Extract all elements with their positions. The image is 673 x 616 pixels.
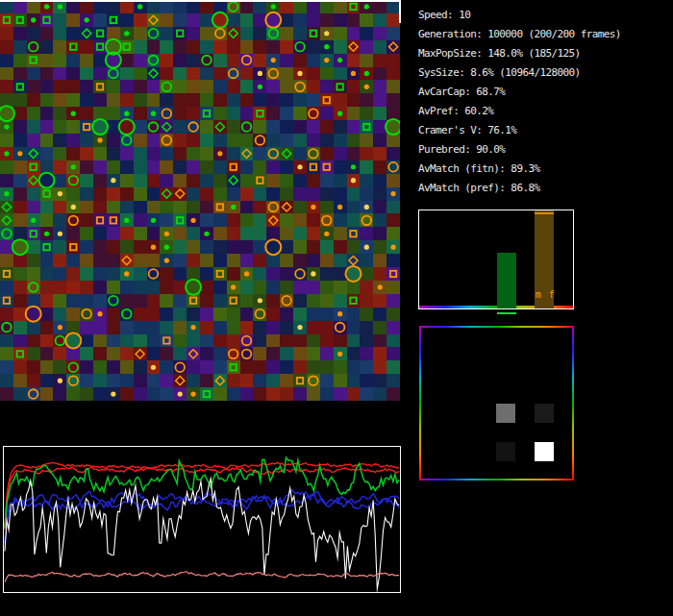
- matrix-cell-0-1: [535, 404, 554, 423]
- sex-ratio-panel: m f: [418, 209, 574, 309]
- matrix-cell-0-0: [496, 404, 515, 423]
- stat-line-7: Purebred: 90.0%: [418, 140, 668, 160]
- progress-strip-line: [0, 0, 401, 2]
- hue-border-right: [572, 326, 574, 480]
- hue-border-left: [419, 326, 421, 480]
- preference-matrix-panel: [419, 326, 574, 480]
- sex-ratio-plot-area: m f: [419, 210, 573, 308]
- matrix-cell-1-0: [496, 442, 515, 461]
- hue-border-top: [419, 326, 574, 328]
- progress-strip-right-tick: [399, 0, 401, 23]
- stat-line-4: AvCarCap: 68.7%: [418, 83, 668, 102]
- world-grid-canvas[interactable]: [0, 0, 400, 401]
- stat-line-5: AvPref: 60.2%: [418, 102, 668, 121]
- stat-line-8: AvMatch (fitn): 89.3%: [418, 160, 668, 179]
- female-median-line: [535, 212, 554, 214]
- stats-panel: Speed: 10Generation: 100000 (200/200 fra…: [418, 6, 668, 198]
- stat-line-9: AvMatch (pref): 86.8%: [418, 179, 668, 198]
- male-female-label: m f: [536, 289, 556, 300]
- male-bar: [497, 253, 516, 308]
- app-window: { "window": { "bg": "#000000" }, "stats_…: [0, 0, 673, 616]
- stat-line-6: Cramer's V: 76.1%: [418, 121, 668, 140]
- stat-line-2: MaxPopSize: 148.0% (185/125): [418, 44, 668, 63]
- stat-line-0: Speed: 10: [418, 6, 668, 25]
- male-median-line: [497, 312, 516, 314]
- hue-border-bottom: [419, 479, 574, 480]
- timeseries-chart-canvas: [4, 447, 400, 592]
- stat-line-3: SysSize: 8.6% (10964/128000): [418, 63, 668, 83]
- timeseries-chart-frame: [3, 446, 401, 593]
- matrix-cell-1-1: [535, 442, 554, 461]
- stat-line-1: Generation: 100000 (200/200 frames): [418, 25, 668, 44]
